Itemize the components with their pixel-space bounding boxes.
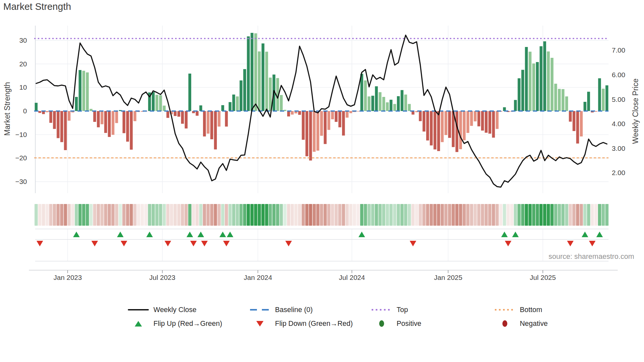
strength-bar (463, 111, 466, 140)
heatmap-cell (408, 204, 411, 226)
strength-bar (35, 103, 38, 111)
heatmap-cell (587, 204, 590, 226)
strength-bar (386, 102, 389, 111)
flip-down-markers (36, 241, 595, 246)
heatmap-cell (507, 204, 510, 226)
heatmap-cell (42, 204, 45, 226)
heatmap-cell (170, 204, 173, 226)
flip-up-marker (596, 232, 603, 237)
heatmap-cell (540, 204, 543, 226)
heatmap-cell (258, 204, 261, 226)
heatmap-cell (291, 204, 294, 226)
strength-bar (316, 111, 319, 151)
legend-label: Bottom (520, 306, 542, 314)
y-axis-tick-left: 10 (0, 83, 27, 92)
flip-down-marker (223, 241, 230, 246)
heatmap-cell (591, 204, 594, 226)
heatmap-cell (550, 204, 554, 226)
strength-bar (441, 111, 444, 142)
heatmap-cell (444, 204, 448, 226)
heatmap-cell (82, 204, 85, 226)
heatmap-cell (312, 204, 316, 226)
strength-bar (547, 52, 550, 111)
strength-bar (445, 111, 448, 135)
heatmap-cell (89, 204, 93, 226)
strength-bar (79, 70, 81, 111)
heatmap-cell (466, 204, 470, 226)
heatmap-cell (565, 204, 568, 226)
heatmap-cell (334, 204, 338, 226)
flip-down-marker (201, 241, 208, 246)
heatmap-cell (130, 204, 133, 226)
heatmap-cell (126, 204, 129, 226)
heatmap-cell (514, 204, 517, 226)
strength-bar (112, 111, 115, 135)
strength-bar (404, 95, 407, 111)
heatmap-cell (594, 204, 598, 226)
y-axis-tick-right: 2.00 (612, 169, 643, 177)
strength-bar (46, 111, 49, 112)
flip-down-marker (36, 241, 43, 246)
heatmap-cell (569, 204, 572, 226)
strength-bar (338, 111, 341, 127)
strength-bar (532, 63, 535, 111)
strength-bar (529, 52, 532, 111)
flip-down-marker (121, 241, 127, 246)
heatmap-cell (232, 204, 235, 226)
strength-bar (335, 111, 338, 122)
strength-bar (448, 111, 451, 138)
strength-bar (390, 100, 393, 111)
heatmap-cell (141, 204, 144, 226)
strength-bar (75, 97, 78, 111)
strength-bar (485, 111, 488, 133)
strength-bar (163, 106, 166, 111)
legend-label: Flip Down (Green→Red) (275, 320, 353, 328)
heatmap-cell (470, 204, 473, 226)
x-axis-tick: Jul 2023 (136, 273, 189, 282)
strength-bar (433, 111, 436, 149)
y-axis-tick-left: −10 (0, 130, 27, 139)
strength-bar (306, 111, 309, 156)
strength-bar (229, 102, 232, 111)
heatmap-cell (155, 204, 159, 226)
heatmap-cell (441, 204, 444, 226)
heatmap-cell (280, 204, 283, 226)
flip-down-marker (91, 241, 98, 246)
heatmap-cell (173, 204, 177, 226)
strength-bar (488, 111, 491, 134)
strength-bar (258, 52, 261, 111)
flip-up-marker (146, 232, 153, 237)
strength-bar (53, 111, 56, 129)
strength-bar (393, 104, 396, 111)
heatmap-cell (543, 204, 546, 226)
strength-bar (368, 97, 371, 111)
strength-bar (68, 111, 71, 121)
heatmap-cell (580, 204, 583, 226)
heatmap-cell (199, 204, 202, 226)
legend-item-negative: Negative (494, 318, 548, 329)
strength-bar (584, 102, 586, 111)
y-axis-tick-left: 0 (0, 107, 27, 115)
strength-bar (38, 111, 41, 113)
heatmap-cell (379, 204, 382, 226)
strength-bar (251, 33, 254, 111)
heatmap-cell (386, 204, 389, 226)
heatmap-cell (448, 204, 451, 226)
heatmap-cell (572, 204, 576, 226)
legend-label: Negative (520, 320, 548, 328)
flip-up-marker (197, 232, 204, 237)
strength-bar (327, 111, 330, 130)
legend-item-top: Top (371, 304, 408, 315)
strength-bar (123, 111, 126, 133)
strength-bar (232, 95, 235, 111)
heatmap-cell (558, 204, 561, 226)
heatmap-cell (320, 204, 323, 226)
heatmap-cell (262, 204, 265, 226)
strength-bar (104, 111, 107, 133)
heatmap-cell (455, 204, 459, 226)
heatmap-cell (532, 204, 536, 226)
strength-bar (265, 52, 268, 111)
strength-bar (243, 69, 246, 111)
heatmap-cell (122, 204, 126, 226)
heatmap-cell (327, 204, 331, 226)
